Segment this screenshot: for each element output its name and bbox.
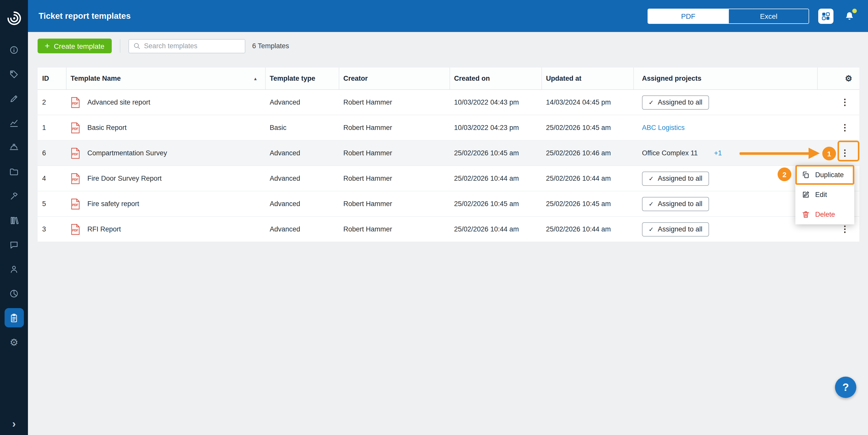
table-row[interactable]: 5 PDF Fire safety report Advanced Robert… <box>38 191 859 217</box>
hammer-icon <box>9 191 19 201</box>
sidebar-item-tickets[interactable] <box>4 89 24 108</box>
column-header-created-on[interactable]: Created on <box>450 68 542 89</box>
cell-updated-at: 14/03/2024 04:45 pm <box>542 90 634 115</box>
pdf-file-icon: PDF <box>71 198 80 209</box>
sidebar-item-statistics[interactable] <box>4 113 24 132</box>
sidebar-item-tags[interactable] <box>4 64 24 84</box>
row-actions-menu-button[interactable]: ⋮ <box>838 122 852 133</box>
sidebar: ⚙ › <box>0 0 28 435</box>
cell-updated-at: 25/02/2026 10:45 am <box>542 191 634 216</box>
menu-item-edit[interactable]: Edit <box>795 185 854 205</box>
header-controls: PDF Excel <box>648 8 856 24</box>
assigned-to-all-badge[interactable]: ✓ Assigned to all <box>642 222 709 236</box>
create-template-button[interactable]: + Create template <box>38 39 112 53</box>
tag-icon <box>9 69 19 79</box>
sidebar-item-documents[interactable] <box>4 162 24 181</box>
excel-toggle-button[interactable]: Excel <box>728 9 809 23</box>
hard-hat-icon <box>9 142 19 152</box>
gears-icon: ⚙ <box>10 337 18 347</box>
pdf-file-icon: PDF <box>71 122 80 133</box>
sidebar-item-templates[interactable] <box>4 308 24 327</box>
row-actions-menu-button[interactable]: ⋮ <box>838 224 852 235</box>
cell-assigned-projects: ✓ Assigned to all <box>634 90 818 115</box>
menu-item-delete[interactable]: Delete <box>795 205 854 224</box>
notifications-button[interactable] <box>843 9 856 23</box>
template-name-text: Basic Report <box>87 124 127 131</box>
svg-text:PDF: PDF <box>72 178 78 181</box>
sidebar-item-reports[interactable] <box>4 284 24 303</box>
cell-template-name: PDF Compartmentation Survey <box>66 141 266 165</box>
cell-template-name: PDF Fire safety report <box>66 191 266 216</box>
assigned-project-text: Office Complex 11 <box>642 149 698 157</box>
create-template-label: Create template <box>54 42 104 50</box>
templates-table: ID Template Name ▲ Template type Creator… <box>38 68 859 242</box>
table-row[interactable]: 6 PDF Compartmentation Survey Advanced R… <box>38 141 859 166</box>
sidebar-item-library[interactable] <box>4 211 24 230</box>
table-row[interactable]: 4 PDF Fire Door Survey Report Advanced R… <box>38 166 859 191</box>
assigned-to-all-badge[interactable]: ✓ Assigned to all <box>642 197 709 211</box>
search-box[interactable] <box>128 39 245 53</box>
help-button[interactable]: ? <box>835 377 856 398</box>
assigned-to-all-badge[interactable]: ✓ Assigned to all <box>642 95 709 109</box>
page-title: Ticket report templates <box>39 11 131 21</box>
svg-text:PDF: PDF <box>72 152 78 156</box>
pdf-file-icon: PDF <box>71 224 80 235</box>
template-name-text: Fire Door Survey Report <box>87 175 162 182</box>
svg-text:PDF: PDF <box>72 228 78 232</box>
sidebar-item-dashboard[interactable] <box>4 40 24 59</box>
cell-actions: ⋮ <box>818 90 859 115</box>
assigned-project-link[interactable]: ABC Logistics <box>642 124 685 131</box>
sidebar-item-chat[interactable] <box>4 235 24 254</box>
search-icon <box>133 42 141 50</box>
sidebar-item-site[interactable] <box>4 138 24 157</box>
marketplace-button[interactable] <box>818 8 834 24</box>
menu-item-duplicate[interactable]: Duplicate <box>795 165 854 185</box>
sidebar-item-contacts[interactable] <box>4 259 24 279</box>
sidebar-item-tools[interactable] <box>4 186 24 206</box>
cell-creator: Robert Hammer <box>339 166 450 191</box>
trash-icon <box>802 210 810 219</box>
toolbar-divider <box>120 39 120 53</box>
cell-template-name: PDF Fire Door Survey Report <box>66 166 266 191</box>
apps-grid-icon <box>822 12 830 20</box>
cell-template-name: PDF Basic Report <box>66 115 266 140</box>
column-header-template-type[interactable]: Template type <box>266 68 339 89</box>
column-header-id[interactable]: ID <box>38 68 66 89</box>
cell-template-type: Advanced <box>266 166 339 191</box>
column-header-creator[interactable]: Creator <box>339 68 450 89</box>
cell-created-on: 10/03/2022 04:23 pm <box>450 115 542 140</box>
svg-text:PDF: PDF <box>72 203 78 207</box>
plus-icon: + <box>45 41 50 50</box>
chat-bubble-icon <box>9 240 19 249</box>
cell-id: 4 <box>38 166 66 191</box>
annotation-step-1: 1 <box>822 147 836 160</box>
cell-id: 1 <box>38 115 66 140</box>
annotation-arrow <box>740 152 811 155</box>
table-row[interactable]: 2 PDF Advanced site report Advanced Robe… <box>38 90 859 115</box>
table-settings-gear-icon[interactable]: ⚙ <box>845 74 852 83</box>
table-row[interactable]: 1 PDF Basic Report Basic Robert Hammer 1… <box>38 115 859 141</box>
cell-template-type: Advanced <box>266 217 339 242</box>
svg-text:PDF: PDF <box>72 102 78 105</box>
table-header-row: ID Template Name ▲ Template type Creator… <box>38 68 859 90</box>
column-header-assigned-projects[interactable]: Assigned projects <box>634 68 818 89</box>
row-actions-menu-button[interactable]: ⋮ <box>838 97 852 108</box>
cell-template-type: Advanced <box>266 141 339 165</box>
pdf-toggle-button[interactable]: PDF <box>648 9 728 23</box>
column-header-updated-at[interactable]: Updated at <box>542 68 634 89</box>
column-header-template-name[interactable]: Template Name ▲ <box>66 68 266 89</box>
search-input[interactable] <box>129 39 245 53</box>
check-icon: ✓ <box>649 175 654 182</box>
folder-icon <box>9 167 19 176</box>
cell-created-on: 25/02/2026 10:45 am <box>450 191 542 216</box>
table-row[interactable]: 3 PDF RFI Report Advanced Robert Hammer … <box>38 217 859 242</box>
app-logo[interactable] <box>0 3 28 34</box>
sidebar-expand-button[interactable]: › <box>0 418 28 430</box>
template-name-text: Compartmentation Survey <box>87 149 167 157</box>
assigned-to-all-badge[interactable]: ✓ Assigned to all <box>642 171 709 186</box>
cell-creator: Robert Hammer <box>339 90 450 115</box>
column-header-actions: ⚙ <box>818 68 859 89</box>
sidebar-item-settings[interactable]: ⚙ <box>4 332 24 352</box>
cell-id: 3 <box>38 217 66 242</box>
more-projects-link[interactable]: +1 <box>714 149 722 157</box>
